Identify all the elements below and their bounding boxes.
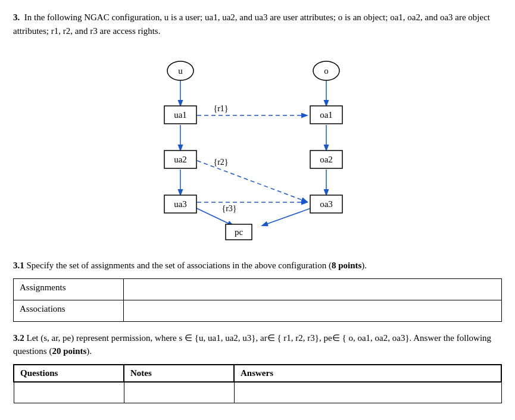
svg-line-9 [197, 161, 307, 202]
col-questions: Questions [14, 365, 124, 382]
svg-text:{r3}: {r3} [221, 204, 236, 213]
qa-a1 [234, 382, 501, 403]
subq-3-2-end: ). [86, 346, 92, 356]
svg-text:oa1: oa1 [320, 110, 333, 120]
ngac-diagram: u o ua1 oa1 ua2 oa2 ua3 oa3 pc {r1} {r2}… [13, 46, 502, 248]
subquestion-3-1: 3.1 Specify the set of assignments and t… [13, 259, 502, 272]
question-number: 3. [13, 12, 20, 22]
subq-3-2-number: 3.2 [13, 333, 24, 343]
subq-3-1-text: Specify the set of assignments and the s… [27, 261, 332, 270]
associations-value [124, 300, 502, 321]
subq-3-2-points: 20 points [52, 346, 86, 356]
qa-row-1 [14, 382, 501, 403]
qa-q1 [14, 382, 124, 403]
svg-line-7 [263, 208, 313, 225]
assignments-associations-table: Assignments Associations [13, 278, 502, 322]
qa-n1 [124, 382, 234, 403]
svg-text:ua3: ua3 [174, 199, 187, 209]
question-body: In the following NGAC configuration, u i… [13, 12, 490, 36]
qa-table-header-row: Questions Notes Answers [14, 365, 501, 382]
diagram-svg: u o ua1 oa1 ua2 oa2 ua3 oa3 pc {r1} {r2}… [103, 46, 413, 242]
assignments-row: Assignments [14, 278, 502, 300]
assignments-label: Assignments [14, 278, 124, 300]
subquestion-3-2: 3.2 Let (s, ar, pe) represent permission… [13, 331, 502, 358]
assignments-value [124, 278, 502, 300]
subq-3-1-end: ). [361, 261, 367, 270]
qa-table: Questions Notes Answers [13, 364, 502, 404]
svg-text:ua1: ua1 [174, 110, 187, 120]
svg-text:oa3: oa3 [320, 199, 333, 209]
associations-row: Associations [14, 300, 502, 321]
svg-text:pc: pc [234, 227, 243, 237]
col-notes: Notes [124, 365, 234, 382]
subq-3-1-number: 3.1 [13, 261, 24, 270]
question-3-text: 3. In the following NGAC configuration, … [13, 11, 502, 37]
svg-text:{r1}: {r1} [213, 104, 228, 113]
svg-text:oa2: oa2 [320, 155, 333, 164]
associations-label: Associations [14, 300, 124, 321]
svg-text:{r2}: {r2} [213, 158, 228, 167]
subq-3-1-points: 8 points [332, 261, 361, 270]
svg-text:ua2: ua2 [174, 155, 187, 164]
svg-text:u: u [178, 66, 183, 76]
col-answers: Answers [234, 365, 501, 382]
svg-text:o: o [324, 66, 329, 76]
